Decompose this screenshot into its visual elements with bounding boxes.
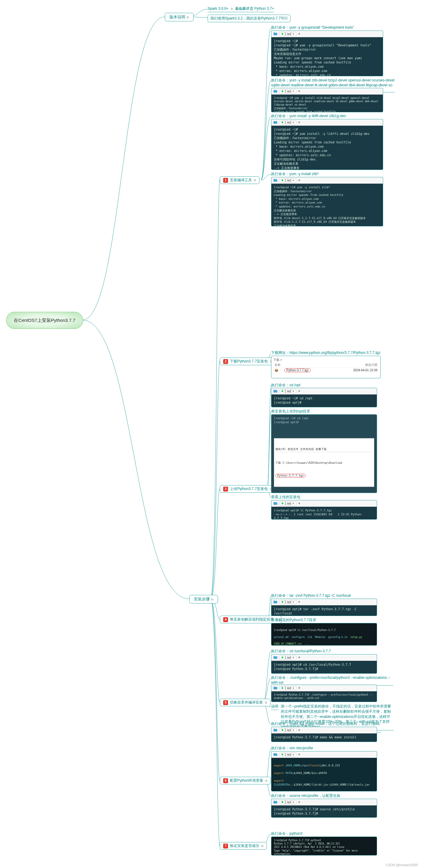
cmd-s1a: 执行命令：yum -y groupinstall "Development to…	[271, 25, 369, 31]
step-1-label: 安装编译工具	[230, 178, 252, 183]
terminal-s7a: [root@ied Python-3.7.7]# python3 Python …	[271, 837, 377, 856]
step-2-num: 2	[223, 359, 228, 364]
leaf-version-use: 我们使用Spark3.3.2，因此安装Python3.7.7可行	[208, 14, 291, 22]
folder-path: 下载 >	[273, 358, 379, 362]
step-7-label: 验证安装是否成功	[230, 843, 259, 848]
cmd-s2a: 下载网址：https://www.python.org/ftp/python/3…	[271, 350, 381, 356]
node-steps: 安装步骤 ⊖	[189, 595, 218, 603]
cmd-s3c: 查看上传的安装包	[271, 495, 300, 501]
node-version: 版本说明 ⊖	[165, 13, 193, 21]
node-steps-label: 安装步骤	[194, 597, 210, 601]
cmd-s1c: 执行命令：yum install -y libffi-devel zlib1g-…	[271, 114, 354, 120]
cmd-s7a: 执行命令：python3	[271, 831, 303, 837]
cmd-s5a: 执行命令：cd /usr/local/Python-3.7.7	[271, 649, 331, 655]
col-name: 名称	[274, 363, 280, 367]
cmd-s4b: 查看解压的Python3.7.7目录	[271, 618, 316, 624]
step-7-num: 7	[223, 844, 228, 848]
plus-icon: +	[298, 32, 300, 36]
step-5-num: 5	[223, 700, 228, 705]
cmd-s6a: 执行命令：vim /etc/profile	[271, 746, 313, 752]
step-2: 2下载Python3.7.7安装包⊖	[220, 358, 275, 365]
step-2-label: 下载Python3.7.7安装包	[230, 359, 268, 364]
step-3-num: 3	[223, 487, 228, 492]
credit: CSDN @howard2005	[386, 863, 418, 867]
cmd-s4a: 执行命令：tar -zxvf Python-3.7.7.tgz -C /usr/…	[271, 593, 351, 599]
node-version-label: 版本说明	[170, 14, 185, 19]
step-3-label: 上传Python3.7.7安装包	[230, 486, 268, 492]
terminal-s4b: [root@ied opt]# ls /usr/local/Python-3.7…	[271, 623, 377, 646]
terminal-s1d: 1 ied ×+ [root@ied ~]# yum -y install zl…	[271, 177, 383, 226]
step-5: 5切换目录并编译安装⊖	[220, 699, 270, 706]
upload-dialog: [root@ied ~]# cd /opt[root@ied opt]# 接收(…	[271, 414, 377, 493]
terminal-s1c: 1 ied ×+ [root@ied ~]# [root@ied ~]# yum…	[271, 119, 383, 170]
step-5-label: 切换目录并编译安装	[230, 700, 263, 705]
step-4-num: 4	[223, 617, 228, 622]
terminal-s5b: 1 ied ×+ [root@ied Python-3.7.7]# ./conf…	[271, 685, 377, 702]
step-6-num: 6	[223, 778, 228, 783]
terminal-s3c: 1 ied ×+ [root@ied opt]# ll Python-3.7.7…	[271, 500, 377, 520]
download-folder: 下载 > 名称修改日期 📦Python-3.7.7.tgz2024-04-01 …	[271, 356, 381, 378]
terminal-s1a: 1 ied ×+ [root@ied ~]# [root@ied ~]# yum…	[271, 31, 383, 76]
step-6-label: 配置Python环境变量	[230, 778, 263, 783]
file-date: 2024-04-01 23:39	[353, 369, 377, 372]
step-4-label: 将安装包解压缩到指定目录	[230, 617, 274, 622]
step-6: 6配置Python环境变量⊖	[220, 777, 271, 784]
cmd-s1d: 执行命令：yum -y install zlib*	[271, 172, 326, 178]
leaf-spark-req: Spark 3.0.0+ ⊖ 最低要求是 Python 3.7+	[208, 6, 274, 12]
collapse-icon: ⊖	[186, 16, 189, 19]
terminal-s5a: 1 ied ×+ [root@ied opt]# cd /usr/local/P…	[271, 654, 377, 674]
file-icon: 📦	[274, 369, 278, 372]
col-date: 修改日期	[365, 363, 377, 367]
folder-icon	[273, 32, 277, 36]
cmd-s5b: 执行命令：./configure --prefix=/usr/local/pyt…	[271, 675, 393, 686]
collapse-icon: ⊖	[211, 598, 213, 601]
note-label: 说明	[271, 704, 278, 710]
terminal-s6b: 1 ied ×+ [root@ied Python-3.7.7]# source…	[271, 799, 377, 818]
step-1-num: 1	[223, 178, 228, 183]
terminal-body: [root@ied ~]# [root@ied ~]# yum -y group…	[271, 37, 383, 76]
terminal-s6a: 1 ied ×+ export JAVA_HOME=/usr/local/jdk…	[271, 751, 377, 792]
step-1: 1安装编译工具⊖	[220, 176, 260, 184]
step-3: 3上传Python3.7.7安装包⊖	[220, 485, 275, 493]
terminal-s5d: 1 ied ×+ [root@ied Python-3.7.7]# make &…	[271, 727, 377, 742]
step-7: 7验证安装是否成功⊖	[220, 842, 267, 850]
terminal-s4a: 1 ied ×+ [root@ied opt]# tar -zxvf Pytho…	[271, 598, 377, 616]
file-name: Python-3.7.7.tgz	[284, 368, 311, 372]
terminal-s1b: 1 ied ×+ [root@ied ~]# yum -y install zl…	[271, 88, 383, 112]
cmd-s3b: 将安装包上传到/opt目录	[271, 409, 310, 415]
cmd-s6b: 执行命令：source /etc/profile，让配置生效	[271, 793, 351, 799]
terminal-s3a: 1 ied ×+ [root@ied ~]# cd /opt [root@ied…	[271, 388, 377, 407]
root-topic: 在CentOS7上安装Python3.7.7	[6, 312, 83, 329]
